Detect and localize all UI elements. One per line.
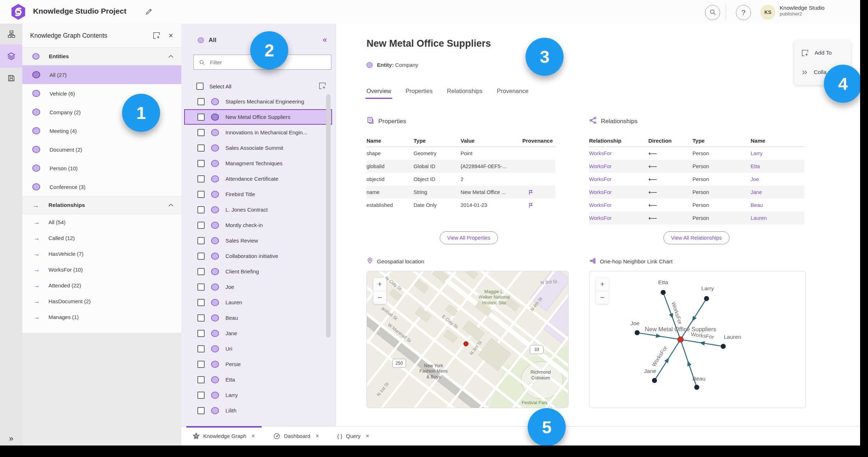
item-checkbox[interactable]: [197, 114, 205, 121]
list-item[interactable]: Staplers Mechanical Engineering: [184, 94, 332, 109]
list-item[interactable]: Sales Review: [184, 233, 332, 248]
sidebar-item-worksfor[interactable]: →WorksFor (10): [22, 262, 181, 277]
sidebar-item-conference[interactable]: Conference (3): [22, 177, 181, 196]
table-row[interactable]: WorksFor⟵PersonJane: [589, 186, 804, 199]
list-item[interactable]: Larry: [184, 387, 332, 403]
scrollbar[interactable]: [326, 94, 331, 338]
tab-properties[interactable]: Properties: [406, 88, 433, 99]
sidebar-item-hasvehicle[interactable]: →HasVehicle (7): [22, 246, 181, 262]
provenance-flag-icon[interactable]: [522, 189, 555, 196]
tab-provenance[interactable]: Provenance: [497, 88, 528, 99]
table-row[interactable]: objectidObject ID2: [367, 173, 555, 186]
sidebar-item-document[interactable]: Document (2): [22, 140, 181, 159]
list-item[interactable]: Joe: [184, 279, 332, 295]
list-item[interactable]: Persie: [184, 356, 332, 372]
related-entity-link[interactable]: Beau: [751, 202, 804, 208]
sidebar-item-all[interactable]: →All (54): [22, 214, 181, 230]
table-row[interactable]: establishedDate Only2014-01-23: [367, 199, 555, 212]
list-item[interactable]: Etta: [184, 372, 332, 387]
close-tab-icon[interactable]: ✕: [251, 433, 255, 439]
list-item[interactable]: Firebird Title: [184, 186, 332, 202]
chevron-up-icon[interactable]: [168, 55, 173, 58]
search-button[interactable]: [705, 5, 720, 20]
select-all-row[interactable]: Select All: [196, 78, 232, 94]
bottom-tab-dashboard[interactable]: Dashboard✕: [267, 426, 326, 446]
item-checkbox[interactable]: [197, 98, 205, 105]
entities-section-header[interactable]: Entities: [22, 47, 181, 65]
rail-item-save-tool[interactable]: [0, 68, 22, 88]
table-row[interactable]: WorksFor⟵PersonEtta: [589, 160, 804, 173]
item-checkbox[interactable]: [197, 237, 205, 244]
close-tab-icon[interactable]: ✕: [365, 433, 369, 439]
collapse-panel-icon[interactable]: «: [323, 35, 327, 45]
close-panel-icon[interactable]: ✕: [168, 32, 173, 40]
related-entity-link[interactable]: Joe: [751, 176, 804, 182]
relationship-link[interactable]: WorksFor: [589, 189, 648, 195]
item-checkbox[interactable]: [197, 129, 205, 136]
related-entity-link[interactable]: Lauren: [751, 215, 804, 221]
chevron-up-icon[interactable]: [168, 204, 173, 207]
sidebar-item-person[interactable]: Person (10): [22, 159, 181, 177]
map-widget[interactable]: + −: [367, 271, 569, 408]
tab-relationships[interactable]: Relationships: [447, 88, 482, 99]
table-row[interactable]: nameStringNew Metal Office ...: [367, 186, 555, 199]
sidebar-item-called[interactable]: →Called (12): [22, 230, 181, 246]
sidebar-item-manages[interactable]: →Manages (1): [22, 309, 181, 325]
related-entity-link[interactable]: Etta: [751, 163, 804, 169]
sidebar-item-hasdocument[interactable]: →HasDocument (2): [22, 293, 181, 309]
item-checkbox[interactable]: [197, 376, 205, 383]
item-checkbox[interactable]: [197, 345, 205, 352]
provenance-flag-icon[interactable]: [522, 202, 555, 209]
item-checkbox[interactable]: [197, 268, 205, 275]
select-all-checkbox[interactable]: [196, 83, 204, 90]
scope-selector[interactable]: All: [198, 37, 216, 44]
related-entity-link[interactable]: Larry: [751, 151, 804, 156]
item-checkbox[interactable]: [197, 299, 205, 306]
zoom-out-button[interactable]: −: [596, 291, 609, 304]
relationship-link[interactable]: WorksFor: [589, 163, 648, 169]
list-item[interactable]: Sales Associate Summit: [184, 140, 332, 156]
table-row[interactable]: WorksFor⟵PersonLauren: [589, 212, 804, 225]
item-checkbox[interactable]: [197, 314, 205, 322]
item-checkbox[interactable]: [197, 330, 205, 337]
list-item[interactable]: Beau: [184, 310, 332, 326]
table-row[interactable]: WorksFor⟵PersonBeau: [589, 199, 804, 212]
item-checkbox[interactable]: [197, 392, 205, 399]
list-item[interactable]: Innovations in Mechanical Engin...: [184, 125, 332, 140]
item-checkbox[interactable]: [197, 253, 205, 260]
view-all-properties-button[interactable]: View All Properties: [440, 231, 498, 244]
item-checkbox[interactable]: [197, 283, 205, 291]
rail-item-layers-tool[interactable]: [0, 45, 22, 68]
edit-title-icon[interactable]: [145, 8, 153, 17]
item-checkbox[interactable]: [197, 361, 205, 368]
avatar[interactable]: KS: [760, 5, 775, 20]
list-item[interactable]: Attendance Certificate: [184, 171, 332, 186]
link-chart-widget[interactable]: + − WorksForWorksForWorksForEttaLarryJoe…: [589, 271, 806, 408]
menu-item-add-to[interactable]: Add To: [794, 43, 851, 63]
view-all-relationships-button[interactable]: View All Relationships: [663, 231, 729, 244]
table-row[interactable]: globalidGlobal ID{A228944F-0EF5-...: [367, 160, 555, 173]
list-item[interactable]: New Metal Office Suppliers: [184, 109, 332, 125]
relationship-link[interactable]: WorksFor: [589, 202, 648, 208]
help-button[interactable]: ?: [736, 5, 751, 20]
list-item[interactable]: Client Briefing: [184, 264, 332, 279]
related-entity-link[interactable]: Jane: [751, 189, 804, 195]
table-row[interactable]: WorksFor⟵PersonJoe: [589, 173, 804, 186]
zoom-in-button[interactable]: +: [373, 278, 386, 291]
item-checkbox[interactable]: [197, 144, 205, 152]
list-item[interactable]: Montly check-in: [184, 217, 332, 233]
expand-rail-button[interactable]: »: [0, 434, 22, 443]
sidebar-item-all[interactable]: All (27): [22, 65, 181, 84]
zoom-out-button[interactable]: −: [373, 291, 386, 304]
add-to-new-icon[interactable]: [153, 32, 160, 40]
relationships-section-header[interactable]: →Relationships: [22, 196, 181, 214]
list-item[interactable]: Lauren: [184, 295, 332, 310]
list-item[interactable]: Managment Techniques: [184, 156, 332, 171]
list-item[interactable]: Collaboration initiative: [184, 248, 332, 264]
item-checkbox[interactable]: [197, 222, 205, 229]
relationship-link[interactable]: WorksFor: [589, 215, 648, 221]
item-checkbox[interactable]: [197, 407, 205, 414]
item-checkbox[interactable]: [197, 191, 205, 198]
item-checkbox[interactable]: [197, 175, 205, 183]
list-item[interactable]: L. Jones Contract: [184, 202, 332, 217]
